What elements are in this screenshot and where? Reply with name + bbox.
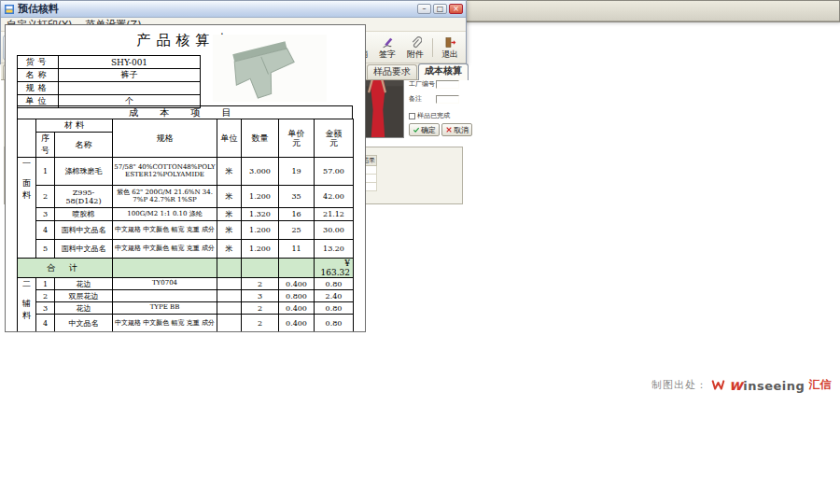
total-empty-cell	[242, 259, 279, 278]
sign-button[interactable]: 签字	[373, 35, 401, 61]
fabric-total-row: 合 计¥ 163.32	[18, 259, 354, 278]
cost-cell-price: 16	[279, 208, 315, 221]
cost-cell-amount: 13.20	[315, 240, 354, 259]
brand-name: winseeing	[729, 376, 805, 394]
item-name-label: 名称	[18, 69, 59, 82]
cost-cell-amount: 0.80	[315, 278, 354, 290]
group-label: 辅料	[19, 298, 35, 322]
item-name-row: 名称裤子	[18, 69, 201, 82]
group-number: 二	[19, 278, 35, 290]
group-label: 面料	[19, 177, 35, 202]
cost-row: 一面料1涤棉珠磨毛57/58" 40%COTTON48%POLYESTER12%…	[18, 158, 354, 186]
cost-cell-spec: 中文规格 中文颜色 幅宽 克重 成分	[113, 221, 217, 240]
cost-cell-qty: 1.200	[242, 221, 279, 240]
cost-cell-name: 面料中文品名	[55, 221, 113, 240]
winseeing-logo-icon	[711, 378, 725, 392]
cost-cell-amount: 21.12	[315, 208, 354, 221]
cost-cell-price: 19	[279, 158, 315, 186]
cost-cell-name: 中文品名	[55, 315, 113, 333]
report-info-table: 货号SHY-001名称裤子规格单位个	[17, 55, 201, 108]
cost-table: 材 料规格单位数量单价元金额元序号名称一面料1涤棉珠磨毛57/58" 40%CO…	[17, 119, 354, 332]
restore-button[interactable]: □	[433, 4, 447, 14]
total-empty-cell	[279, 259, 315, 278]
close-button[interactable]: ×	[449, 4, 463, 14]
amount-header-line1: 金额	[315, 129, 352, 138]
minimize-button[interactable]: –	[417, 4, 431, 14]
sample-finished-label: 样品已完成	[417, 111, 450, 120]
cost-cell-spec: 中文规格 中文颜色 幅宽 克重 成分	[113, 315, 217, 333]
unit-header: 单位	[217, 119, 242, 158]
cost-cell-seq: 1	[36, 158, 55, 186]
cost-cell-unit: 米	[217, 221, 242, 240]
cost-cell-amount: 57.00	[315, 158, 354, 186]
sample-finished-row: 样品已完成	[409, 111, 450, 120]
cost-row: 5面料中文品名中文规格 中文颜色 幅宽 克重 成分米1.2001113.20	[18, 240, 354, 259]
cost-cell-unit	[217, 278, 242, 290]
item-name-value: 裤子	[59, 69, 201, 82]
chart-source-label: 制图出处：	[651, 378, 707, 392]
item-no-row: 货号SHY-001	[18, 56, 201, 69]
cost-items-header: 成 本 项 目	[17, 105, 353, 119]
accessory-group-cell: 二辅料	[18, 278, 36, 333]
confirm-button[interactable]: 确定	[409, 123, 440, 136]
cost-row: 4中文品名中文规格 中文颜色 幅宽 克重 成分20.4000.80	[18, 315, 354, 333]
cost-cell-spec: 57/58" 40%COTTON48%POLYESTER12%POLYAMIDE	[113, 158, 217, 186]
cost-row: 2双层花边30.8002.40	[18, 290, 354, 302]
tracking-actions: 确定取消	[409, 123, 472, 136]
group-column-header	[18, 119, 36, 158]
desktop: 样品制作单生产进度跟踪 □ × 菜单设置(Z) 删除取消打印附件筛选退出 进度跟…	[0, 0, 840, 504]
cost-cell-name: 双层花边	[55, 290, 113, 302]
tab-sample-req[interactable]: 样品要求	[367, 64, 417, 79]
cost-cell-amount: 0.80	[315, 315, 354, 333]
exit-button[interactable]: 退出	[436, 35, 464, 61]
attachment-label: 附件	[407, 49, 424, 59]
cost-cell-name: Z995-58(D142)	[55, 186, 113, 208]
sample-finished-checkbox[interactable]	[409, 113, 415, 119]
confirm-label: 确定	[421, 125, 436, 135]
attachment-button[interactable]: 附件	[401, 35, 429, 61]
cost-cell-price: 0.400	[279, 278, 315, 290]
exit-label: 退出	[441, 49, 458, 59]
cost-cell-seq: 5	[36, 240, 55, 259]
remark-input[interactable]	[436, 95, 459, 104]
cost-cell-qty: 2	[242, 315, 279, 333]
item-spec-label: 规格	[18, 82, 59, 95]
cost-cell-amount: 2.40	[315, 290, 354, 302]
price-header-line1: 单价	[280, 129, 313, 138]
cost-cell-qty: 1.320	[242, 208, 279, 221]
item-no-label: 货号	[18, 56, 59, 69]
estimate-titlebar: 预估核料 – □ ×	[1, 1, 466, 18]
cost-cell-qty: 1.200	[242, 240, 279, 259]
tab-cost-accounting[interactable]: 成本核算	[418, 63, 469, 80]
cost-cell-amount: 0.80	[315, 302, 354, 315]
cost-cell-unit: 米	[217, 240, 242, 259]
cost-cell-seq: 2	[36, 290, 55, 302]
cost-cell-price: 0.800	[279, 290, 315, 302]
cost-cell-seq: 4	[36, 315, 55, 333]
sign-icon	[382, 36, 394, 49]
total-amount: ¥ 163.32	[315, 259, 354, 278]
cost-cell-qty: 2	[242, 302, 279, 315]
toolbar-separator	[432, 38, 433, 57]
report-page: 产品核算表 货号SHY-001名称裤子规格单位个 成 本 项 目 材 料规格单位…	[5, 24, 366, 332]
factory-no-field: 工厂编号	[409, 79, 459, 89]
confirm-icon	[413, 126, 420, 133]
amount-header: 金额元	[315, 119, 354, 158]
cost-cell-unit: 米	[217, 158, 242, 186]
cost-cell-spec: 紫色 62" 200G/M 21.6%N 34.7%P 42.7%R 1%SP	[113, 186, 217, 208]
cost-cell-price: 25	[279, 221, 315, 240]
cost-cell-price: 35	[279, 186, 315, 208]
cancel-button[interactable]: 取消	[441, 123, 472, 136]
cost-cell-unit: 米	[217, 186, 242, 208]
cost-cell-seq: 4	[36, 221, 55, 240]
exit-icon	[444, 36, 456, 49]
cost-cell-unit: 米	[217, 208, 242, 221]
cost-header-row: 材 料规格单位数量单价元金额元	[18, 119, 354, 133]
total-empty-cell	[217, 259, 242, 278]
amount-header-line2: 元	[315, 138, 352, 147]
cost-cell-unit	[217, 302, 242, 315]
app-icon	[4, 4, 15, 15]
cost-row: 4面料中文品名中文规格 中文颜色 幅宽 克重 成分米1.2002530.00	[18, 221, 354, 240]
factory-no-input[interactable]	[436, 80, 459, 89]
cost-cell-qty: 3	[242, 290, 279, 302]
